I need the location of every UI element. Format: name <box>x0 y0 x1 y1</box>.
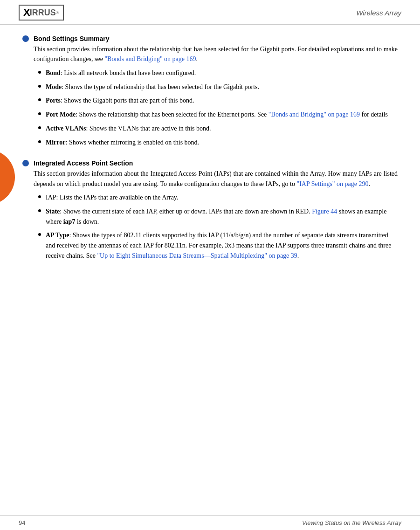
sub-bullet-bond: Bond: Lists all network bonds that have … <box>38 68 398 78</box>
label-state: State <box>46 208 60 215</box>
bond-settings-section: Bond Settings Summary This section provi… <box>22 34 398 151</box>
sub-bullet-ports: Ports: Shows the Gigabit ports that are … <box>38 96 398 106</box>
label-bond: Bond <box>46 69 61 76</box>
sub-bullet-content-iap: IAP: Lists the IAPs that are available o… <box>46 193 398 203</box>
spatial-multiplexing-link[interactable]: "Up to Eight Simultaneous Data Streams—S… <box>97 252 297 259</box>
sub-bullet-dot-ports <box>38 98 41 101</box>
sub-bullet-port-mode: Port Mode: Shows the relationship that h… <box>38 110 398 120</box>
bond-settings-content: Bond Settings Summary This section provi… <box>34 34 398 151</box>
sub-bullet-content-vlans: Active VLANs: Shows the VLANs that are a… <box>46 124 398 134</box>
bond-sub-bullets: Bond: Lists all network bonds that have … <box>38 68 398 147</box>
label-mode: Mode <box>46 83 62 90</box>
logo-container: X IRRUS ® <box>19 5 64 21</box>
text-vlans: : Shows the VLANs that are active in thi… <box>86 125 211 132</box>
sub-bullet-content-mode: Mode: Shows the type of relationship tha… <box>46 82 398 92</box>
sub-bullet-dot-bond <box>38 71 41 74</box>
header: X IRRUS ® Wireless Array <box>0 0 420 25</box>
sub-bullet-iap: IAP: Lists the IAPs that are available o… <box>38 193 398 203</box>
sub-bullet-content-bond: Bond: Lists all network bonds that have … <box>46 68 398 78</box>
text-state-end: is down. <box>75 218 99 225</box>
footer-description: Viewing Status on the Wireless Array <box>302 519 401 526</box>
bonds-bridging-link-1[interactable]: "Bonds and Bridging" on page 169 <box>104 55 196 62</box>
logo-x: X <box>23 7 30 19</box>
iap-content: Integrated Access Point Section This sec… <box>34 158 398 264</box>
sub-bullet-content-ports: Ports: Shows the Gigabit ports that are … <box>46 96 398 106</box>
bond-settings-intro: This section provides information about … <box>34 44 398 64</box>
sub-bullet-dot-mode <box>38 85 41 88</box>
text-mirror: : Shows whether mirroring is enabled on … <box>66 139 200 146</box>
sub-bullet-dot-mirror <box>38 140 41 143</box>
text-mode: : Shows the type of relationship that ha… <box>62 83 259 90</box>
text-state: : Shows the current state of each IAP, e… <box>60 208 312 215</box>
text-port-mode-end: for details <box>360 111 388 118</box>
sub-bullet-dot-vlans <box>38 126 41 129</box>
text-port-mode: : Shows the relationship that has been s… <box>76 111 269 118</box>
sub-bullet-dot-state <box>38 209 41 212</box>
logo-reg: ® <box>56 10 59 15</box>
label-ap-type: AP Type <box>46 232 69 239</box>
sub-bullet-content-mirror: Mirror: Shows whether mirroring is enabl… <box>46 138 398 148</box>
main-content: Bond Settings Summary This section provi… <box>0 25 420 300</box>
bond-settings-title: Bond Settings Summary <box>34 35 110 42</box>
sub-bullet-content-port-mode: Port Mode: Shows the relationship that h… <box>46 110 398 120</box>
sub-bullet-mirror: Mirror: Shows whether mirroring is enabl… <box>38 138 398 148</box>
figure44-link[interactable]: Figure 44 <box>312 208 337 215</box>
iap7-bold: iap7 <box>63 218 76 225</box>
iap-intro: This section provides information about … <box>34 169 398 189</box>
logo-box: X IRRUS ® <box>19 5 64 21</box>
label-ports: Ports <box>46 97 61 104</box>
bond-intro-text: This section provides information about … <box>34 46 398 63</box>
sub-bullet-content-ap-type: AP Type: Shows the types of 802.11 clien… <box>46 230 398 261</box>
iap-section: Integrated Access Point Section This sec… <box>22 158 398 264</box>
iap-title: Integrated Access Point Section <box>34 159 133 167</box>
iap-intro-end: . <box>369 180 371 187</box>
sub-bullet-state: State: Shows the current state of each I… <box>38 206 398 227</box>
sub-bullet-dot-iap <box>38 195 41 198</box>
text-bond: : Lists all network bonds that have been… <box>61 69 196 76</box>
label-vlans: Active VLANs <box>46 125 86 132</box>
label-mirror: Mirror <box>46 139 66 146</box>
iap-settings-link[interactable]: "IAP Settings" on page 290 <box>296 180 368 187</box>
header-title: Wireless Array <box>356 9 401 17</box>
iap-sub-bullets: IAP: Lists the IAPs that are available o… <box>38 193 398 261</box>
text-ap-type-end: . <box>297 252 299 259</box>
label-port-mode: Port Mode <box>46 111 76 118</box>
text-iap: IAP: Lists the IAPs that are available o… <box>46 194 178 201</box>
sub-bullet-dot-port-mode <box>38 112 41 115</box>
sub-bullet-mode: Mode: Shows the type of relationship tha… <box>38 82 398 92</box>
footer: 94 Viewing Status on the Wireless Array <box>0 515 420 530</box>
bond-intro-end: . <box>196 55 198 62</box>
sub-bullet-content-state: State: Shows the current state of each I… <box>46 206 398 227</box>
sub-bullet-ap-type: AP Type: Shows the types of 802.11 clien… <box>38 230 398 261</box>
sub-bullet-vlans: Active VLANs: Shows the VLANs that are a… <box>38 124 398 134</box>
logo-irrus: IRRUS <box>30 8 56 18</box>
bullet-dot-bond <box>22 35 29 42</box>
footer-page-number: 94 <box>19 519 25 526</box>
bullet-dot-iap <box>22 160 29 166</box>
text-ports: : Shows the Gigabit ports that are part … <box>61 97 194 104</box>
bonds-bridging-link-2[interactable]: "Bonds and Bridging" on page 169 <box>269 111 360 118</box>
sub-bullet-dot-ap-type <box>38 233 41 236</box>
